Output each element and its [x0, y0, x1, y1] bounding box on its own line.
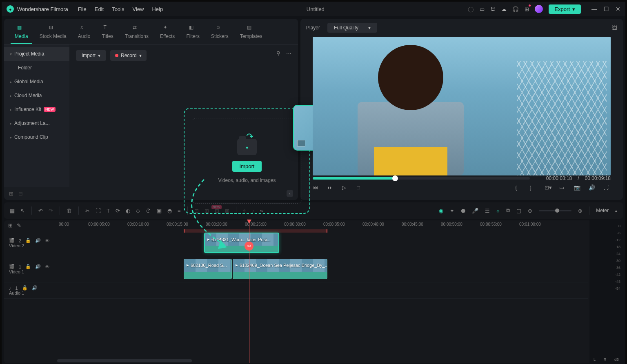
select-tool[interactable]: ▦	[10, 208, 15, 214]
scrub-handle[interactable]	[392, 175, 398, 181]
eye-icon[interactable]: 👁	[45, 238, 49, 243]
tab-media[interactable]: ▦Media	[11, 22, 32, 44]
mute-icon[interactable]: 🔊	[35, 238, 41, 243]
maximize-button[interactable]: ☐	[604, 6, 609, 12]
display-button[interactable]: ▭	[559, 184, 567, 192]
track-add-icon[interactable]: ⊞	[8, 222, 13, 229]
bin-icon[interactable]: ⊟	[18, 191, 23, 197]
timeline-scrollbar[interactable]	[57, 359, 192, 362]
tab-audio[interactable]: ♫Audio	[74, 22, 95, 44]
image-icon[interactable]: 🖼	[612, 25, 617, 31]
ratio-button[interactable]: ⊡▾	[545, 184, 552, 192]
greenscreen-button[interactable]: ▣	[157, 208, 162, 214]
new-folder-icon[interactable]: ⊞	[9, 191, 13, 197]
clip-video1-b[interactable]: ▸6182469_Ocean Sea Peljesac Bridge_By_..…	[233, 259, 327, 279]
sidebar-item-influence[interactable]: ▸Influence KitNEW	[4, 102, 69, 116]
monitor-icon[interactable]: ▭	[480, 6, 485, 12]
mask-button[interactable]: ◓	[167, 208, 172, 214]
circle-icon[interactable]: ◯	[468, 6, 474, 12]
sidebar-item-cloud[interactable]: ▸Cloud Media	[4, 89, 69, 102]
magnet-button[interactable]: ⟐	[496, 208, 500, 214]
record-dropdown[interactable]: Record▾	[110, 50, 147, 61]
lock-icon[interactable]: 🔓	[22, 285, 28, 291]
drop-zone[interactable]: ↷⬥ Import Videos, audio, and images	[192, 118, 302, 204]
eye-icon[interactable]: 👁	[45, 264, 49, 269]
save-icon[interactable]: 🖫	[490, 6, 496, 12]
mark-in-button[interactable]: {	[515, 184, 522, 192]
crop-button[interactable]: ⛶	[96, 208, 101, 214]
group3-icon[interactable]: ⊟NEW	[215, 208, 219, 214]
delete-button[interactable]: 🗑	[67, 208, 72, 214]
track-video1[interactable]: ▸682130_Road S... ▸6182469_Ocean Sea Pel…	[57, 256, 588, 282]
tab-effects[interactable]: ✦Effects	[156, 22, 179, 44]
prev-frame-button[interactable]: ⏮	[313, 184, 320, 192]
lock-icon[interactable]: 🔓	[25, 264, 31, 269]
filter-icon[interactable]: ⚲	[276, 50, 280, 61]
quality-dropdown[interactable]: Full Quality▾	[327, 23, 377, 33]
group4-icon[interactable]: ⊠	[225, 208, 229, 214]
stop-button[interactable]: □	[357, 184, 364, 192]
zoom-in-button[interactable]: ⊕	[578, 208, 583, 214]
lock-icon[interactable]: 🔓	[25, 238, 31, 243]
mixer-button[interactable]: ☰	[485, 208, 490, 214]
zoom-slider[interactable]	[539, 210, 571, 211]
cloud-icon[interactable]: ☁	[501, 6, 507, 12]
clip-video2-a[interactable]: ▸6144331_Wom... kater Posi...	[204, 233, 279, 253]
sidebar-item-project-media[interactable]: ▾Project Media	[4, 47, 69, 61]
undo-button[interactable]: ↶	[38, 208, 43, 214]
audio1-icon[interactable]: ⎋	[243, 208, 246, 214]
zoom-out-button[interactable]: ⊖	[528, 208, 532, 214]
audio2-icon[interactable]: ♪	[252, 208, 255, 214]
volume-button[interactable]: 🔊	[589, 184, 596, 192]
import-button[interactable]: Import	[232, 161, 262, 172]
fullscreen-button[interactable]: ⛶	[603, 184, 611, 192]
render-button[interactable]: ◉	[439, 208, 443, 214]
menu-help[interactable]: Help	[152, 6, 163, 12]
group2-icon[interactable]: ⊞	[205, 208, 209, 214]
menu-edit[interactable]: Edit	[95, 6, 104, 12]
auto-button[interactable]: ▢	[516, 208, 521, 214]
tab-stickers[interactable]: ☺Stickers	[207, 22, 233, 44]
menu-file[interactable]: File	[78, 6, 87, 12]
menu-tools[interactable]: Tools	[112, 6, 124, 12]
track-audio1[interactable]	[57, 282, 588, 298]
duration-button[interactable]: ⏱	[146, 208, 151, 214]
tab-titles[interactable]: TTitles	[98, 22, 117, 44]
user-avatar[interactable]	[535, 5, 543, 13]
export-button[interactable]: Export▾	[549, 4, 581, 14]
voiceover-button[interactable]: 🎤	[472, 208, 478, 214]
pointer-tool[interactable]: ↖	[20, 208, 25, 214]
sidebar-item-compound[interactable]: ▸Compound Clip	[4, 130, 69, 144]
color-button[interactable]: ◐	[126, 208, 130, 214]
adjust-button[interactable]: ≡	[178, 208, 181, 214]
split-button[interactable]: ✂	[85, 208, 90, 214]
sidebar-item-folder[interactable]: Folder	[4, 61, 69, 75]
meter-label[interactable]: Meter	[596, 208, 609, 213]
snapshot-button[interactable]: 📷	[574, 184, 581, 192]
mute-icon[interactable]: 🔊	[35, 264, 41, 269]
apps-icon[interactable]: ⊞	[525, 6, 529, 12]
mute-icon[interactable]: 🔊	[32, 285, 38, 291]
timeline-ruler[interactable]: 00:00 00:00:05:00 00:00:10:00 00:00:15:0…	[57, 220, 588, 230]
headset-icon[interactable]: 🎧	[512, 6, 519, 12]
mark-out-button[interactable]: }	[530, 184, 537, 192]
sidebar-item-adjustment[interactable]: ▸Adjustment La...	[4, 116, 69, 130]
speed-button[interactable]: ⟳	[116, 208, 120, 214]
track-video2[interactable]: ▸6144331_Wom... kater Posi... ✂	[57, 230, 588, 256]
track-settings-icon[interactable]: ✎	[17, 222, 21, 229]
link-button[interactable]: ⧉	[506, 207, 510, 214]
redo-button[interactable]: ↷	[49, 208, 53, 214]
next-frame-button[interactable]: ⏭	[327, 184, 335, 192]
tab-templates[interactable]: ▤Templates	[236, 22, 267, 44]
text-button[interactable]: T	[107, 208, 110, 214]
play-button[interactable]: ▷	[342, 184, 349, 192]
group1-icon[interactable]: ⊡	[194, 208, 199, 214]
minimize-button[interactable]: —	[591, 6, 597, 12]
import-dropdown[interactable]: Import▾	[76, 50, 106, 61]
keyframe-button[interactable]: ◇	[136, 208, 140, 214]
marker-button[interactable]: ⬣	[461, 208, 465, 214]
video-preview[interactable]	[313, 37, 611, 175]
close-button[interactable]: ✕	[616, 6, 620, 12]
more-icon[interactable]: ⋯	[286, 50, 291, 61]
menu-view[interactable]: View	[132, 6, 144, 12]
